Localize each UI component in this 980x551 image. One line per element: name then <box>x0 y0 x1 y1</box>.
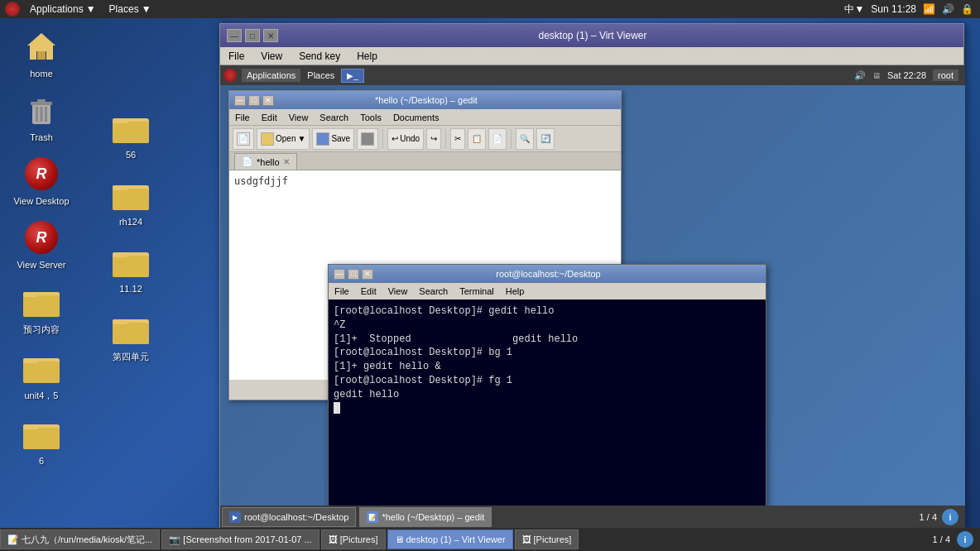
svg-rect-4 <box>37 99 46 103</box>
virt-viewer-menu-sendkey[interactable]: Send key <box>295 50 343 63</box>
redhat-icon <box>5 2 20 17</box>
host-task-icon-2: 📷 <box>169 534 180 545</box>
terminal-line-3: [1]+ Stopped gedit hello <box>334 333 761 347</box>
unit45-label: unit4，5 <box>25 390 59 402</box>
taskbar-terminal-icon: ▶ <box>229 511 241 523</box>
desktop-icon-viewdesktop[interactable]: R View Desktop <box>8 154 74 206</box>
host-task-item-5[interactable]: 🖼 [Pictures] <box>515 529 579 549</box>
terminal-menu-view[interactable]: View <box>386 285 411 297</box>
host-page-counter: 1 / 4 <box>933 534 950 544</box>
applications-menu[interactable]: Applications ▼ <box>25 2 101 17</box>
svg-rect-1 <box>37 51 46 60</box>
svg-rect-19 <box>113 122 149 143</box>
terminal-menu-file[interactable]: File <box>332 285 352 297</box>
gedit-close[interactable]: ✕ <box>262 95 274 106</box>
gedit-minimize[interactable]: — <box>234 95 246 106</box>
vm-info-button[interactable]: i <box>942 509 958 525</box>
desktop-icon-home[interactable]: home <box>8 26 74 79</box>
terminal-close[interactable]: ✕ <box>362 269 373 280</box>
svg-rect-14 <box>23 358 38 363</box>
terminal-line-7: gedit hello <box>334 388 761 402</box>
gedit-save-button[interactable]: Save <box>312 128 354 150</box>
vm-places-menu[interactable]: Places <box>302 69 339 82</box>
gedit-menu-search[interactable]: Search <box>317 112 351 123</box>
desktop-icon-disidanyuan[interactable]: 第四单元 <box>98 309 164 363</box>
gedit-menu-file[interactable]: File <box>233 112 252 123</box>
gedit-menu-tools[interactable]: Tools <box>358 112 384 123</box>
desktop-icon-unit45[interactable]: unit4，5 <box>8 347 74 402</box>
gedit-title: *hello (~/Desktop) – gedit <box>274 95 579 105</box>
places-menu[interactable]: Places ▼ <box>104 2 156 17</box>
vm-topbar-right: 🔊 🖥 Sat 22:28 root <box>854 69 965 81</box>
gedit-menu-documents[interactable]: Documents <box>391 112 442 123</box>
chinese-input[interactable]: 中▼ <box>844 2 864 17</box>
cursor-block <box>334 402 340 414</box>
gedit-maximize[interactable]: □ <box>248 95 260 106</box>
host-task-item-4[interactable]: 🖥 desktop (1) – Virt Viewer <box>387 529 513 549</box>
virt-viewer-close[interactable]: ✕ <box>263 29 278 42</box>
gedit-copy-button[interactable]: 📄 <box>488 128 507 150</box>
host-task-item-3[interactable]: 🖼 [Pictures] <box>321 529 386 549</box>
terminal-menu-search[interactable]: Search <box>416 285 450 297</box>
lock-icon[interactable]: 🔒 <box>961 3 973 15</box>
desktop-icon-trash[interactable]: Trash <box>8 90 74 142</box>
host-info-button[interactable]: i <box>957 531 973 548</box>
gedit-titlebar: — □ ✕ *hello (~/Desktop) – gedit <box>229 91 621 109</box>
terminal-minimize[interactable]: — <box>334 269 345 280</box>
vm-applications-menu[interactable]: Applications <box>242 69 300 82</box>
gedit-search-button[interactable]: 🔍 <box>516 128 534 150</box>
desktop-icon-1112[interactable]: 11.12 <box>98 242 164 294</box>
desktop-icon-56[interactable]: 56 <box>98 108 164 160</box>
host-task-item-1[interactable]: 📝 七八九（/run/media/kiosk/笔记... <box>0 529 160 549</box>
virt-viewer-titlebar: — □ ✕ desktop (1) – Virt Viewer <box>220 24 963 47</box>
virt-viewer-minimize[interactable]: — <box>227 29 242 42</box>
svg-rect-25 <box>113 256 149 277</box>
gedit-replace-button[interactable]: 🔄 <box>536 128 555 150</box>
gedit-save-label: Save <box>331 134 350 143</box>
gedit-new-button[interactable]: 📄 <box>233 128 254 150</box>
vm-taskbar-gedit[interactable]: 📝 *hello (~/Desktop) – gedit <box>359 507 492 527</box>
gedit-cut-button[interactable]: ✂ <box>450 128 465 150</box>
gedit-tab-label: *hello <box>257 157 280 167</box>
terminal-menu-help[interactable]: Help <box>503 285 527 297</box>
virt-viewer-wm-controls: — □ ✕ <box>227 29 278 42</box>
folder-rh124-icon <box>111 175 151 214</box>
terminal-maximize[interactable]: □ <box>348 269 359 280</box>
virt-viewer-maximize[interactable]: □ <box>245 29 260 42</box>
desktop-icon-rh124[interactable]: rh124 <box>98 175 164 227</box>
svg-rect-20 <box>113 118 127 123</box>
virt-viewer-menu-file[interactable]: File <box>225 50 247 63</box>
terminal-content[interactable]: [root@localhost Desktop]# gedit hello ^Z… <box>329 299 766 529</box>
vm-terminal-quick-launch[interactable]: ▶_ <box>341 69 364 83</box>
virt-viewer-menu-help[interactable]: Help <box>353 50 381 63</box>
svg-rect-16 <box>23 428 60 449</box>
host-task-item-2[interactable]: 📷 [Screenshot from 2017-01-07 ... <box>161 529 319 549</box>
gedit-menu-view[interactable]: View <box>286 112 311 123</box>
vm-content: Applications Places ▶_ 🔊 🖥 Sat 22:28 roo… <box>220 65 965 529</box>
toolbar-sep2 <box>445 129 446 149</box>
svg-rect-10 <box>23 295 60 317</box>
gedit-tab-hello[interactable]: 📄 *hello ✕ <box>234 153 297 170</box>
volume-icon[interactable]: 🔊 <box>942 3 954 15</box>
desktop-icon-6[interactable]: 6 <box>8 414 74 466</box>
terminal-menu-terminal[interactable]: Terminal <box>457 285 497 297</box>
desktop-icon-viewserver[interactable]: R View Server <box>8 218 74 270</box>
gedit-redo-button[interactable]: ↪ <box>426 128 441 150</box>
gedit-wm-controls: — □ ✕ <box>234 95 274 106</box>
gedit-tab-close[interactable]: ✕ <box>283 157 290 166</box>
save-icon <box>316 132 329 146</box>
virt-viewer-menu-view[interactable]: View <box>257 50 286 63</box>
gedit-print-button[interactable] <box>357 128 378 150</box>
vm-taskbar-terminal[interactable]: ▶ root@localhost:~/Desktop <box>222 507 356 527</box>
vm-volume-icon[interactable]: 🔊 <box>854 70 866 81</box>
gedit-menu-edit[interactable]: Edit <box>259 112 280 123</box>
terminal-line-2: ^Z <box>334 319 761 333</box>
gedit-undo-button[interactable]: ↩ Undo <box>387 128 424 150</box>
gedit-open-button[interactable]: Open ▼ <box>257 128 310 150</box>
terminal-menu-edit[interactable]: Edit <box>358 285 379 297</box>
desktop-icon-yuxineirong[interactable]: 预习内容 <box>8 281 74 336</box>
desktop-icons-left: home Trash R View <box>8 26 74 466</box>
svg-rect-28 <box>113 323 149 344</box>
gedit-paste-button[interactable]: 📋 <box>468 128 486 150</box>
clock: Sun 11:28 <box>871 3 916 15</box>
